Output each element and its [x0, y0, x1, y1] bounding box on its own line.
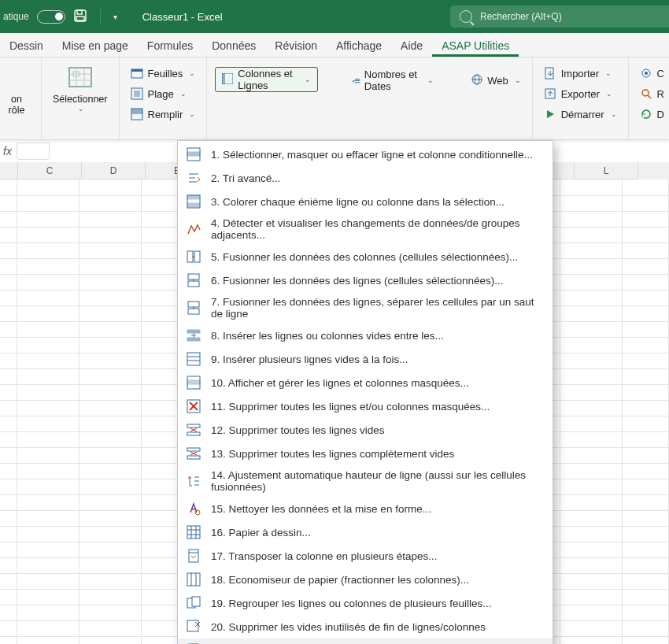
cell[interactable]: [623, 353, 669, 369]
cell[interactable]: [0, 227, 17, 243]
menu-item-2[interactable]: 2. Tri avancé...: [178, 166, 553, 190]
cell[interactable]: [623, 180, 669, 196]
menu-item-19[interactable]: 19. Regrouper les lignes ou colonnes de …: [178, 591, 553, 615]
cell[interactable]: [560, 242, 623, 259]
cell[interactable]: [79, 589, 142, 605]
cell[interactable]: [17, 353, 79, 369]
cell[interactable]: [560, 227, 623, 243]
cell[interactable]: [0, 431, 17, 448]
cell[interactable]: [79, 636, 142, 644]
big-button-left[interactable]: on rôle: [0, 62, 33, 118]
cell[interactable]: [623, 510, 669, 527]
save-icon[interactable]: [73, 9, 87, 25]
cell[interactable]: [560, 431, 623, 448]
cell[interactable]: [17, 274, 79, 291]
cell[interactable]: [0, 195, 17, 212]
importer-button[interactable]: Importer ⌄: [541, 65, 620, 81]
cell[interactable]: [0, 353, 17, 369]
cell[interactable]: [79, 431, 142, 448]
cell[interactable]: [79, 384, 142, 401]
cell[interactable]: [17, 290, 79, 306]
cell[interactable]: [0, 526, 17, 542]
cell[interactable]: [623, 337, 669, 353]
cell[interactable]: [0, 274, 17, 291]
cell[interactable]: [17, 479, 79, 495]
cell[interactable]: [17, 510, 79, 527]
cell[interactable]: [79, 305, 142, 322]
cell[interactable]: [17, 573, 79, 590]
fx-icon[interactable]: fx: [3, 145, 12, 157]
cell[interactable]: [623, 526, 669, 542]
cell[interactable]: [560, 416, 623, 432]
cell[interactable]: [79, 479, 142, 495]
cell[interactable]: [0, 510, 17, 527]
cell[interactable]: [17, 557, 79, 574]
cell[interactable]: [79, 494, 142, 511]
cell[interactable]: [0, 479, 17, 495]
col-header[interactable]: L: [575, 162, 638, 180]
cell[interactable]: [560, 620, 623, 637]
tab-asap-utilities[interactable]: ASAP Utilities: [432, 35, 519, 57]
tab-formules[interactable]: Formules: [138, 35, 202, 57]
cell[interactable]: [560, 494, 623, 511]
tab-donnees[interactable]: Données: [202, 35, 265, 57]
cell[interactable]: [0, 636, 17, 644]
cell[interactable]: [623, 290, 669, 306]
menu-item-4[interactable]: 4. Détecter et visualiser les changement…: [178, 213, 553, 245]
cell[interactable]: [623, 573, 669, 590]
cell[interactable]: [79, 368, 142, 385]
cell[interactable]: [79, 542, 142, 558]
cell[interactable]: [79, 242, 142, 259]
cell[interactable]: [623, 274, 669, 291]
cell[interactable]: [17, 368, 79, 385]
cell[interactable]: [0, 242, 17, 259]
cell[interactable]: [17, 242, 79, 259]
options-d-button[interactable]: D: [637, 106, 667, 122]
cell[interactable]: [79, 337, 142, 353]
cell[interactable]: [0, 620, 17, 637]
cell[interactable]: [623, 479, 669, 495]
cell[interactable]: [17, 227, 79, 243]
cell[interactable]: [0, 494, 17, 511]
cell[interactable]: [79, 353, 142, 369]
colonnes-lignes-dropdown[interactable]: Colonnes et Lignes ⌄: [215, 67, 317, 92]
cell[interactable]: [560, 180, 623, 196]
cell[interactable]: [17, 463, 79, 479]
cell[interactable]: [17, 211, 79, 228]
menu-item-1[interactable]: 1. Sélectionner, masquer ou effacer lign…: [178, 142, 553, 166]
cell[interactable]: [623, 494, 669, 511]
cell[interactable]: [17, 589, 79, 605]
tab-mise-en-page[interactable]: Mise en page: [53, 35, 138, 57]
cell[interactable]: [79, 447, 142, 464]
cell[interactable]: [79, 416, 142, 432]
cell[interactable]: [17, 431, 79, 448]
menu-item-15[interactable]: 15. Nettoyer les données et la mise en f…: [178, 497, 553, 520]
col-header[interactable]: D: [82, 162, 146, 180]
row-header-corner[interactable]: [0, 162, 18, 180]
cell[interactable]: [0, 416, 17, 432]
cell[interactable]: [0, 211, 17, 228]
cell[interactable]: [79, 573, 142, 590]
cell[interactable]: [623, 447, 669, 464]
options-r-button[interactable]: R: [637, 86, 667, 102]
cell[interactable]: [560, 368, 623, 385]
cell[interactable]: [0, 290, 17, 306]
menu-item-5[interactable]: 5. Fusionner les données des colonnes (c…: [178, 245, 553, 268]
formula-input[interactable]: [17, 142, 50, 160]
menu-item-12[interactable]: 12. Supprimer toutes les lignes vides: [178, 418, 553, 442]
cell[interactable]: [560, 557, 623, 574]
menu-item-11[interactable]: 11. Supprimer toutes les lignes et/ou co…: [178, 394, 553, 418]
tab-aide[interactable]: Aide: [391, 35, 432, 57]
cell[interactable]: [79, 620, 142, 637]
menu-item-7[interactable]: 7. Fusionner les données des lignes, sép…: [178, 292, 553, 324]
cell[interactable]: [17, 258, 79, 275]
cell[interactable]: [0, 542, 17, 558]
cell[interactable]: [17, 305, 79, 322]
menu-item-18[interactable]: 18. Economiseur de papier (fractionner l…: [178, 568, 553, 591]
cell[interactable]: [560, 353, 623, 369]
cell[interactable]: [17, 321, 79, 338]
remplir-button[interactable]: Remplir ⌄: [128, 106, 199, 122]
cell[interactable]: [623, 368, 669, 385]
cell[interactable]: [623, 211, 669, 228]
cell[interactable]: [623, 321, 669, 338]
